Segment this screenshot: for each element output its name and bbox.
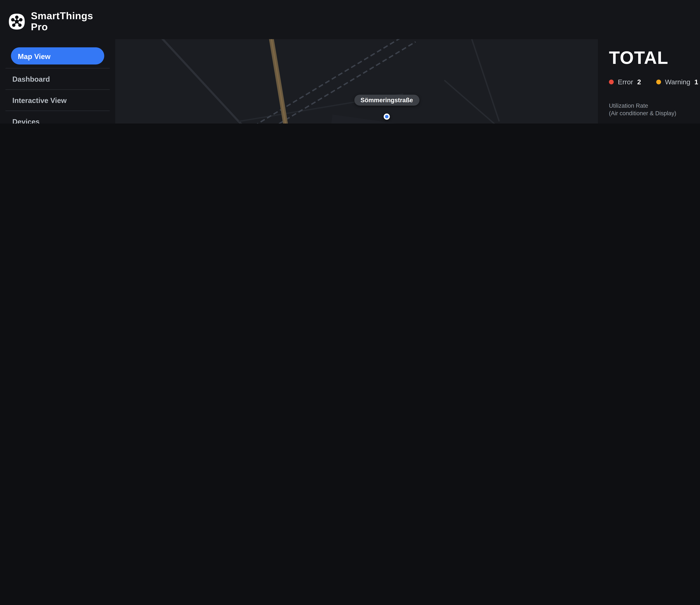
legend-label: Warning xyxy=(665,78,690,86)
legend-dot xyxy=(656,79,661,84)
sidebar-item-label: Interactive View xyxy=(12,96,67,104)
legend-count: 2 xyxy=(637,78,641,86)
sidebar-item-dashboard[interactable]: Dashboard xyxy=(5,69,109,90)
smartthings-logo-icon xyxy=(8,12,25,30)
sidebar-item-devices[interactable]: Devices xyxy=(5,111,109,123)
map-pill-sömmeringstraße[interactable]: Sömmeringstraße xyxy=(354,95,419,105)
status-legend: Error2Warning1Energy Loss1Maintenance3 xyxy=(609,78,700,86)
sidebar-item-interactive-view[interactable]: Interactive View xyxy=(5,90,109,111)
legend-item-warning: Warning1 xyxy=(656,78,698,86)
brand-name: SmartThings Pro xyxy=(31,10,107,32)
summary-panel: TOTAL Error2Warning1Energy Loss1Maintena… xyxy=(598,39,700,123)
sidebar: SmartThings Pro Map ViewDashboardInterac… xyxy=(0,0,115,123)
total-title: TOTAL xyxy=(609,47,668,69)
smartthings-pro-app: CHARLOTTENBURGWITZLEBENHALENSEEWILMERSDO… xyxy=(0,0,700,123)
sidebar-item-label: Dashboard xyxy=(12,75,50,83)
stat-label: Utilization Rate (Air conditioner & Disp… xyxy=(609,102,693,119)
top-bar: Berlin 19° / 22° 29+ Site manager xyxy=(115,0,700,39)
sidebar-item-map-view[interactable]: Map View xyxy=(11,47,104,65)
sidebar-nav: Map ViewDashboardInteractive ViewDevices… xyxy=(0,47,115,123)
legend-item-error: Error2 xyxy=(609,78,641,86)
total-stats: Utilization Rate (Air conditioner & Disp… xyxy=(609,102,700,123)
map-pill-label: Sömmeringstraße xyxy=(354,95,419,105)
legend-label: Error xyxy=(618,78,633,86)
total-stat: Utilization Rate (Air conditioner & Disp… xyxy=(609,102,693,123)
sidebar-item-label: Devices xyxy=(12,117,40,123)
sidebar-item-label: Map View xyxy=(18,52,50,60)
legend-dot xyxy=(609,79,614,84)
map-pin-sömmeringstraße[interactable] xyxy=(383,114,390,120)
legend-count: 1 xyxy=(694,78,698,86)
brand: SmartThings Pro xyxy=(0,0,115,39)
